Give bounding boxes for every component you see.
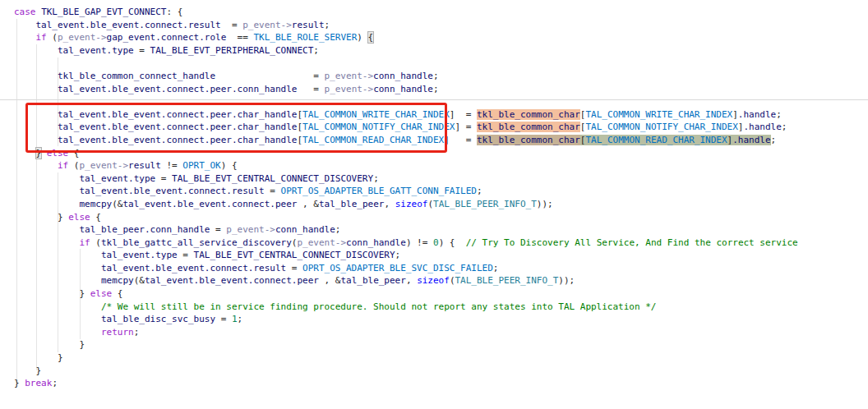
code-token: = (215, 71, 324, 81)
code-line[interactable]: tal_event.ble_event.connect.peer.char_ha… (14, 134, 868, 147)
code-token: } (14, 378, 25, 388)
code-token: : { (166, 7, 182, 17)
code-token (14, 71, 58, 81)
code-token: TAL_BLE_EVT_PERIPHERAL_CONNECT (150, 45, 314, 56)
code-token: OPRT_OS_ADAPTER_BLE_SVC_DISC_FAILED (302, 263, 493, 273)
code-token: // Try To Discovery All Service, And Fin… (466, 237, 798, 248)
code-line[interactable]: tal_event.ble_event.connect.result = OPR… (14, 262, 868, 275)
code-line[interactable]: tkl_ble_common_connect_handle = p_event-… (14, 70, 868, 83)
code-token: ) { (221, 160, 238, 171)
code-token: conn_handle (275, 224, 335, 235)
code-token: tal_event.type (101, 250, 178, 260)
code-line[interactable] (14, 57, 868, 70)
code-token: tal_event.type (79, 173, 155, 184)
code-token: tal_event.ble_event.connect.peer (122, 199, 297, 209)
code-token (14, 186, 79, 196)
code-token: , (384, 199, 395, 209)
code-line[interactable]: if (p_event->result != OPRT_OK) { (14, 159, 868, 172)
code-line[interactable]: tal_ble_peer.conn_handle = p_event->conn… (14, 223, 868, 237)
code-token (14, 314, 101, 324)
code-line[interactable]: tal_event.ble_event.connect.result = OPR… (14, 185, 868, 198)
code-line[interactable]: return; (14, 326, 868, 339)
code-token: tal_event.ble_event.connect.result (101, 263, 286, 273)
code-line[interactable]: if (tkl_ble_gattc_all_service_discovery(… (14, 237, 868, 250)
code-token: = (155, 173, 172, 184)
code-line[interactable] (14, 95, 868, 108)
code-line[interactable]: tal_event.ble_event.connect.peer.char_ha… (14, 108, 868, 122)
code-token: tal_ble_peer (340, 275, 405, 286)
code-token: ; (238, 314, 243, 324)
code-token: conn_handle (373, 84, 433, 94)
code-line[interactable]: } break; (14, 377, 868, 390)
code-token: ; (477, 186, 482, 196)
code-area[interactable]: case TKL_BLE_GAP_EVT_CONNECT: { tal_even… (0, 0, 868, 409)
code-token: tal_event.ble_event.connect.peer.conn_ha… (58, 84, 297, 94)
code-token: } (14, 365, 41, 376)
code-line[interactable]: } (14, 352, 868, 365)
code-token: ; (52, 378, 58, 388)
code-token: /* We will still be in service finding p… (101, 301, 657, 312)
code-token: tal_ble_peer.conn_handle (79, 224, 210, 235)
code-token: )); (537, 199, 553, 209)
code-token: tal_event.ble_event.connect.peer.char_ha… (58, 122, 297, 132)
code-line[interactable]: memcpy(&tal_event.ble_event.connect.peer… (14, 274, 868, 287)
code-line[interactable]: tal_event.type = TAL_BLE_EVT_CENTRAL_CON… (14, 249, 868, 262)
code-line[interactable]: /* We will still be in service finding p… (14, 301, 868, 314)
code-line[interactable]: tal_event.ble_event.connect.result = p_e… (14, 19, 868, 32)
code-line[interactable]: } else { (14, 147, 868, 160)
code-token: TAL_BLE_PEER_INFO_T (455, 275, 559, 286)
code-token: p_event-> (325, 84, 374, 94)
code-token: conn_handle (346, 237, 406, 248)
code-line[interactable]: tal_ble_disc_svc_busy = 1; (14, 313, 868, 326)
code-token: ) != (406, 237, 433, 248)
code-token: tkl_ble_common_char (477, 109, 580, 120)
code-line[interactable]: if (p_event->gap_event.connect.role == T… (14, 31, 868, 44)
code-token: { (368, 32, 374, 43)
code-token: .handle (738, 109, 776, 120)
code-token: , (406, 275, 417, 286)
code-token: TAL_COMMON_WRITE_CHAR_INDEX (585, 109, 732, 120)
code-token: (& (134, 275, 145, 286)
code-token: ( (68, 160, 79, 171)
code-token (14, 122, 58, 132)
code-token: p_event-> (242, 20, 292, 30)
code-token: p_event-> (226, 224, 275, 235)
code-token: TAL_COMMON_NOTIFY_CHAR_INDEX (302, 122, 455, 132)
code-token: ; (313, 45, 319, 56)
code-token: ; (776, 109, 782, 120)
code-line[interactable]: } else { (14, 287, 868, 301)
code-line[interactable]: } (14, 338, 868, 352)
code-token: = (134, 45, 150, 56)
code-token: TKL_BLE_GAP_EVT_CONNECT (41, 7, 166, 17)
code-token: = (178, 250, 194, 260)
code-token: TKL_BLE_ROLE_SERVER (253, 32, 357, 43)
code-token: ] = (455, 122, 477, 132)
code-token: p_event-> (79, 160, 128, 171)
code-line[interactable]: tal_event.type = TAL_BLE_EVT_CENTRAL_CON… (14, 172, 868, 186)
code-line[interactable]: tal_event.type = TAL_BLE_EVT_PERIPHERAL_… (14, 44, 868, 57)
code-token: tal_ble_disc_svc_busy (101, 314, 215, 324)
code-token (14, 109, 58, 120)
code-line[interactable]: } (14, 365, 868, 378)
code-token: .handle (743, 122, 781, 132)
code-token: ; (395, 250, 401, 260)
code-token (14, 160, 58, 171)
code-token: } (14, 352, 63, 363)
code-token: tkl_ble_common_char (477, 122, 580, 132)
code-line[interactable]: memcpy(&tal_event.ble_event.connect.peer… (14, 198, 868, 211)
code-token: )); (558, 275, 575, 286)
code-token: tal_ble_peer (319, 199, 384, 209)
code-line[interactable]: tal_event.ble_event.connect.peer.char_ha… (14, 121, 868, 134)
code-token: else (68, 212, 90, 223)
code-line[interactable]: tal_event.ble_event.connect.peer.conn_ha… (14, 83, 868, 96)
code-token: (& (112, 199, 122, 209)
code-token (14, 301, 101, 312)
code-token: { (90, 212, 101, 223)
code-token: tal_event.ble_event.connect.result (36, 20, 221, 30)
code-token: ; (325, 20, 330, 30)
code-line[interactable]: } else { (14, 211, 868, 224)
code-token: break (25, 378, 52, 388)
code-line[interactable]: case TKL_BLE_GAP_EVT_CONNECT: { (14, 6, 868, 19)
code-token: tal_event.ble_event.connect.peer.char_ha… (58, 135, 297, 145)
code-token: else (90, 288, 113, 299)
